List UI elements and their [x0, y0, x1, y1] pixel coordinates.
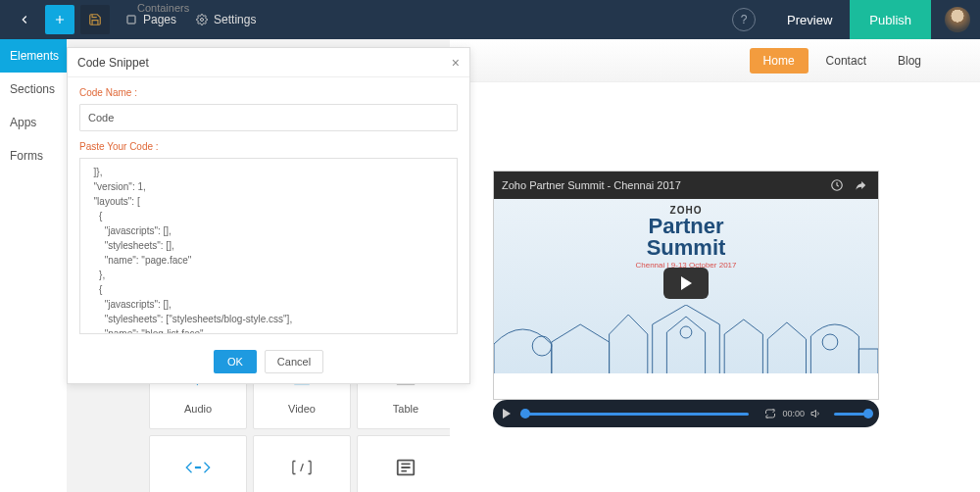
time-label: 00:00: [782, 409, 805, 418]
help-button[interactable]: ?: [732, 8, 756, 31]
card-label: Audio: [184, 403, 212, 415]
video-header: Zoho Partner Summit - Chennai 2017: [494, 172, 878, 199]
card-newsletter[interactable]: Newsletter: [357, 435, 455, 492]
pages-label: Pages: [143, 13, 176, 26]
publish-button[interactable]: Publish: [850, 0, 931, 39]
preview-pane: Home Contact Blog Zoho Partner Summit - …: [450, 39, 980, 492]
svg-point-5: [197, 467, 198, 467]
nav-elements[interactable]: Elements: [0, 39, 67, 73]
svg-point-1: [201, 19, 204, 22]
nav-home[interactable]: Home: [750, 48, 808, 74]
watch-later-icon[interactable]: [827, 175, 847, 195]
svg-point-6: [199, 467, 200, 467]
left-nav: Elements Sections Apps Forms: [0, 39, 67, 492]
poster-line1: Partner: [648, 216, 723, 237]
cancel-button[interactable]: Cancel: [265, 350, 323, 373]
svg-point-11: [822, 334, 838, 350]
modal-footer: OK Cancel: [68, 342, 469, 383]
share-icon[interactable]: [851, 175, 870, 195]
card-embed-html[interactable]: Embed HTML: [149, 435, 247, 492]
avatar[interactable]: [945, 7, 970, 32]
code-name-input[interactable]: [79, 104, 458, 131]
close-icon[interactable]: ×: [452, 55, 460, 71]
site-nav: Home Contact Blog: [450, 39, 980, 82]
video-poster: ZOHO Partner Summit Chennai | 9-13 Octob…: [494, 199, 878, 373]
control-play[interactable]: [503, 409, 511, 418]
media-controls: 00:00: [493, 400, 879, 427]
code-name-label: Code Name :: [79, 87, 458, 98]
svg-rect-0: [127, 16, 135, 24]
video-embed: Zoho Partner Summit - Chennai 2017 ZOHO …: [493, 171, 879, 400]
settings-link[interactable]: Settings: [186, 5, 266, 34]
code-icon: [289, 450, 315, 485]
video-title: Zoho Partner Summit - Chennai 2017: [502, 179, 823, 191]
svg-point-10: [680, 326, 692, 338]
volume-icon[interactable]: [810, 408, 822, 419]
svg-point-4: [195, 467, 196, 467]
back-button[interactable]: [10, 5, 39, 34]
modal-title: Code Snippet: [77, 56, 149, 70]
svg-point-9: [532, 336, 552, 356]
paste-code-label: Paste Your Code :: [79, 141, 458, 152]
ok-button[interactable]: OK: [214, 350, 257, 373]
settings-label: Settings: [214, 13, 256, 26]
poster-line2: Summit: [647, 237, 726, 259]
play-button[interactable]: [663, 268, 709, 299]
progress-bar[interactable]: [520, 413, 749, 416]
code-snippet-modal: Code Snippet × Code Name : Paste Your Co…: [67, 47, 470, 384]
skyline-illustration: [494, 305, 878, 373]
card-code-snippet[interactable]: Code Snippet: [253, 435, 351, 492]
nav-apps[interactable]: Apps: [0, 106, 67, 139]
add-button[interactable]: [45, 5, 74, 34]
nav-blog[interactable]: Blog: [884, 48, 935, 74]
card-label: Video: [288, 403, 316, 415]
nav-contact[interactable]: Contact: [812, 48, 880, 74]
containers-label: Containers: [137, 2, 189, 14]
preview-button[interactable]: Preview: [769, 0, 850, 39]
loop-icon[interactable]: [764, 408, 776, 419]
card-label: Table: [393, 403, 418, 415]
nav-sections[interactable]: Sections: [0, 73, 67, 106]
embed-icon: [185, 450, 211, 485]
newsletter-icon: [395, 450, 416, 485]
modal-titlebar: Code Snippet ×: [68, 48, 469, 77]
save-button[interactable]: [80, 5, 110, 34]
code-textarea[interactable]: ]}, "version": 1, "layouts": [ { "javasc…: [79, 158, 458, 334]
volume-bar[interactable]: [834, 413, 869, 416]
nav-forms[interactable]: Forms: [0, 139, 67, 172]
